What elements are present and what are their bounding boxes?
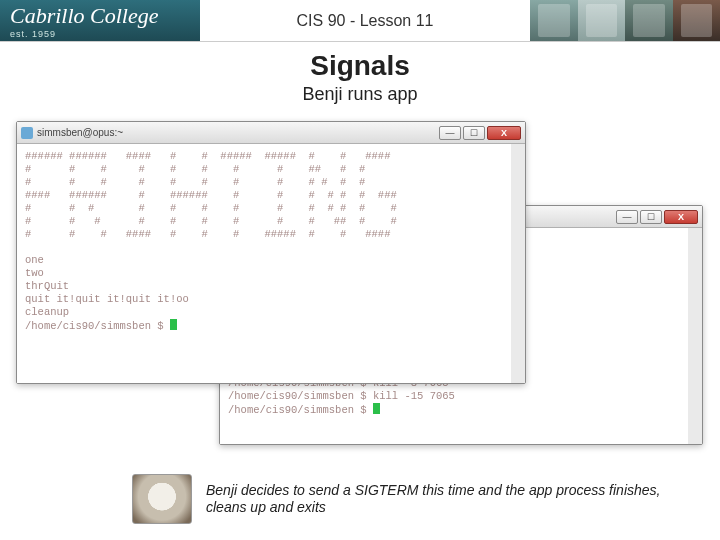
window-title-front: simmsben@opus:~	[37, 127, 123, 138]
cursor-icon	[170, 319, 177, 330]
caption-text: Benji decides to send a SIGTERM this tim…	[206, 482, 690, 517]
titlebar-front[interactable]: simmsben@opus:~ — ☐ X	[17, 122, 525, 144]
close-button[interactable]: X	[487, 126, 521, 140]
close-button[interactable]: X	[664, 210, 698, 224]
terminal-front-text: ###### ###### #### # # ##### ##### # # #…	[25, 150, 397, 332]
maximize-button[interactable]: ☐	[640, 210, 662, 224]
logo-est: est. 1959	[10, 29, 200, 39]
logo-text: Cabrillo College	[10, 3, 200, 29]
benji-photo	[132, 474, 192, 524]
minimize-button[interactable]: —	[616, 210, 638, 224]
terminal-body-front[interactable]: ###### ###### #### # # ##### ##### # # #…	[17, 144, 525, 383]
workspace: simmsben@opus:~ — ☐ X /home/cis90/simmsb…	[0, 113, 720, 473]
caption-row: Benji decides to send a SIGTERM this tim…	[0, 474, 720, 524]
header-banner: Cabrillo College est. 1959 CIS 90 - Less…	[0, 0, 720, 42]
cursor-icon	[373, 403, 380, 414]
slide-subtitle: Benji runs app	[0, 84, 720, 105]
course-title: CIS 90 - Lesson 11	[200, 0, 530, 41]
header-photo-strip	[530, 0, 720, 41]
terminal-window-front: simmsben@opus:~ — ☐ X ###### ###### ####…	[16, 121, 526, 384]
maximize-button[interactable]: ☐	[463, 126, 485, 140]
college-logo: Cabrillo College est. 1959	[0, 0, 200, 41]
minimize-button[interactable]: —	[439, 126, 461, 140]
putty-icon	[21, 127, 33, 139]
slide-title: Signals	[0, 50, 720, 82]
